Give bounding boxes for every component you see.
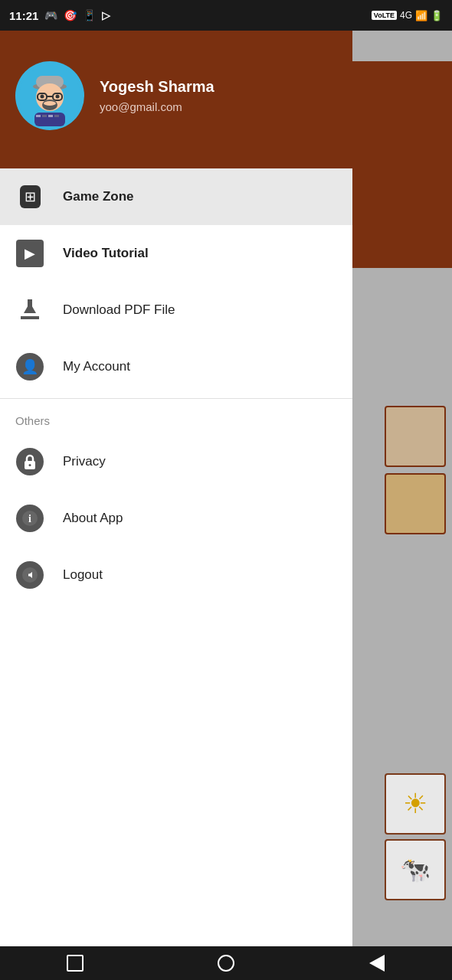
logout-label: Logout	[63, 567, 103, 583]
sun-icon: ☀	[403, 788, 427, 820]
my-account-label: My Account	[63, 359, 130, 374]
download-menu-icon	[15, 296, 44, 325]
bottom-nav-bar	[0, 946, 452, 980]
menu-item-privacy[interactable]: Privacy	[0, 433, 352, 490]
signal-icon: 📶	[415, 10, 427, 21]
back-arrow-icon	[369, 955, 385, 972]
square-icon	[67, 955, 84, 972]
others-section-title: Others	[0, 402, 352, 433]
network-indicator: 4G	[400, 10, 412, 21]
user-info: Yogesh Sharma yoo@gmail.com	[100, 78, 215, 113]
svg-rect-25	[28, 574, 32, 577]
menu-item-about-app[interactable]: i About App	[0, 490, 352, 547]
cow-thumbnail: 🐄	[385, 839, 446, 900]
status-left: 11:21 🎮 🎯 📱 ▷	[9, 9, 110, 22]
video-tutorial-label: Video Tutorial	[63, 246, 149, 261]
target-icon: 🎯	[64, 9, 77, 21]
svg-text:i: i	[28, 513, 31, 524]
home-button[interactable]	[215, 952, 237, 975]
card-box-2	[385, 473, 446, 534]
svg-point-8	[56, 95, 60, 99]
video-menu-icon: ▶	[15, 239, 44, 268]
menu-divider	[0, 398, 352, 399]
logout-icon	[15, 560, 44, 590]
card-box-1	[385, 406, 446, 467]
privacy-label: Privacy	[63, 454, 106, 469]
gamepad-menu-icon: ⊞	[15, 182, 44, 211]
menu-item-download-pdf[interactable]: Download PDF File	[0, 282, 352, 338]
thumbnail-area: ☀ 🐄	[385, 773, 446, 900]
drawer-menu: ⊞ Game Zone ▶ Video Tutorial	[0, 168, 352, 946]
svg-rect-18	[21, 316, 39, 319]
svg-rect-15	[54, 115, 59, 117]
svg-rect-14	[48, 115, 53, 117]
menu-item-game-zone[interactable]: ⊞ Game Zone	[0, 168, 352, 225]
cow-icon: 🐄	[400, 855, 431, 884]
play-icon: ▷	[102, 9, 110, 21]
brown-top-area	[352, 61, 452, 268]
volte-badge: VoLTE	[372, 11, 397, 20]
menu-item-my-account[interactable]: 👤 My Account	[0, 338, 352, 395]
recent-apps-button[interactable]	[64, 952, 87, 975]
svg-point-20	[29, 464, 31, 466]
time-display: 11:21	[9, 9, 38, 22]
svg-rect-13	[42, 115, 47, 117]
privacy-icon	[15, 447, 44, 476]
svg-point-10	[44, 101, 56, 106]
drawer-header: Yogesh Sharma yoo@gmail.com	[0, 31, 352, 168]
svg-point-7	[41, 95, 44, 99]
user-email: yoo@gmail.com	[100, 100, 215, 113]
menu-item-video-tutorial[interactable]: ▶ Video Tutorial	[0, 225, 352, 282]
status-right: VoLTE 4G 📶 🔋	[372, 10, 443, 21]
user-name: Yogesh Sharma	[100, 78, 215, 96]
svg-rect-17	[28, 299, 32, 312]
download-pdf-label: Download PDF File	[63, 302, 175, 318]
back-button[interactable]	[365, 952, 388, 975]
about-app-label: About App	[63, 511, 123, 526]
right-card-area	[385, 406, 446, 534]
gamepad-icon: 🎮	[44, 9, 57, 21]
svg-rect-11	[34, 113, 65, 126]
avatar-svg	[19, 65, 80, 126]
game-zone-label: Game Zone	[63, 189, 134, 204]
about-icon: i	[15, 504, 44, 533]
svg-rect-12	[36, 115, 41, 117]
navigation-drawer: Yogesh Sharma yoo@gmail.com ⊞ Game Zone …	[0, 31, 352, 946]
menu-item-logout[interactable]: Logout	[0, 547, 352, 603]
status-bar: 11:21 🎮 🎯 📱 ▷ VoLTE 4G 📶 🔋	[0, 0, 452, 31]
circle-icon	[218, 955, 234, 972]
whatsapp-icon: 📱	[83, 9, 96, 21]
user-avatar	[15, 61, 84, 130]
battery-icon: 🔋	[431, 10, 443, 21]
sun-thumbnail: ☀	[385, 773, 446, 835]
account-menu-icon: 👤	[15, 352, 44, 381]
